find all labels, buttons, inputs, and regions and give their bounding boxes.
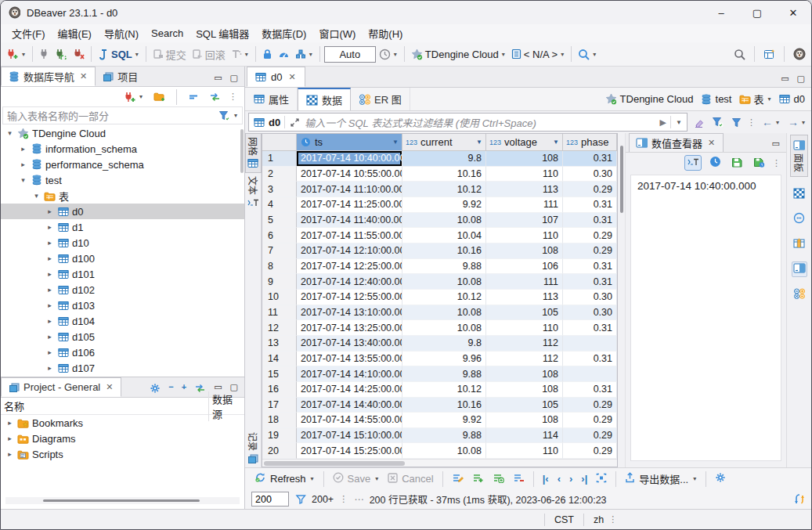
menu-item[interactable]: 帮助(H) (362, 24, 409, 42)
cell-ts[interactable]: 2017-07-14 10:40:00.000 (297, 151, 402, 167)
tree-item-performance_schema[interactable]: ▸performance_schema (1, 157, 244, 172)
tree-item-d107[interactable]: ▸d107 (1, 360, 244, 376)
cell-ts[interactable]: 2017-07-14 13:40:00.000 (297, 336, 402, 352)
cell-current[interactable]: 9.92 (402, 197, 486, 213)
column-header-name[interactable]: 名称 (4, 398, 208, 413)
expand-all-icon[interactable]: + (182, 382, 186, 394)
scrollbar[interactable] (240, 129, 244, 173)
cell-phase[interactable]: 0.31 (563, 151, 617, 167)
tree-chevron-icon[interactable]: ▸ (45, 239, 54, 247)
cell-current[interactable]: 9.88 (402, 428, 486, 444)
row-number[interactable]: 17 (262, 398, 297, 413)
dbeaver-perspective-icon[interactable] (791, 46, 808, 62)
sql-editor-button[interactable]: SQL▾ (96, 47, 142, 62)
menu-item[interactable]: Search (145, 26, 189, 41)
menu-item[interactable]: 导航(N) (98, 24, 145, 42)
active-database-selector[interactable]: < N/A >▾ (509, 47, 567, 62)
cell-ts[interactable]: 2017-07-14 13:25:00.000 (297, 320, 402, 336)
transaction-log-button[interactable]: ▾ (229, 47, 251, 61)
close-icon[interactable]: ✕ (287, 72, 297, 82)
row-number[interactable]: 11 (262, 305, 297, 321)
edit-cell-icon[interactable] (449, 471, 467, 487)
last-page-icon[interactable]: ›| (578, 471, 590, 486)
cell-ts[interactable]: 2017-07-14 14:25:00.000 (297, 382, 402, 398)
cell-ts[interactable]: 2017-07-14 11:55:00.000 (297, 228, 402, 243)
grid-vertical-scrollbar[interactable] (618, 133, 626, 467)
link-editor-icon[interactable] (207, 91, 223, 103)
focus-row-icon[interactable] (593, 471, 610, 487)
row-number[interactable]: 9 (262, 274, 297, 290)
disconnect-button[interactable] (70, 47, 87, 61)
grouping-panel-icon[interactable] (792, 287, 807, 302)
chevron-down-icon[interactable]: ▾ (767, 96, 772, 103)
cell-ts[interactable]: 2017-07-14 15:25:00.000 (297, 443, 402, 459)
tab-panels[interactable]: 面板 (790, 135, 808, 177)
maximize-panel-icon[interactable]: ▢ (797, 74, 805, 84)
row-number[interactable]: 7 (262, 243, 297, 259)
value-panel-toggle-icon[interactable] (792, 261, 807, 277)
cell-current[interactable]: 10.12 (402, 290, 486, 305)
breadcrumb-d0[interactable]: d0 (779, 93, 805, 105)
cell-current[interactable]: 10.08 (402, 320, 486, 336)
row-number[interactable]: 18 (262, 413, 297, 428)
tree-chevron-icon[interactable]: ▸ (45, 254, 54, 262)
cell-current[interactable]: 10.16 (402, 243, 486, 259)
tree-item-d105[interactable]: ▸d105 (1, 329, 244, 344)
tree-item-d103[interactable]: ▸d103 (1, 297, 244, 313)
expand-filter-icon[interactable] (289, 117, 301, 128)
tree-item-d0[interactable]: ▸d0 (1, 204, 244, 219)
sql-filter-input[interactable]: d0 输入一个 SQL 表达式来过滤结果 (使用 Ctrl+Space) ▶ ▼ (248, 113, 687, 132)
cell-current[interactable]: 10.12 (402, 182, 486, 197)
cell-phase[interactable]: 0.31 (563, 352, 617, 367)
row-number[interactable]: 12 (262, 320, 297, 336)
minimize-panel-icon[interactable]: ▭ (214, 73, 222, 83)
cell-phase[interactable]: 0.29 (563, 182, 617, 197)
autocommit-combo[interactable]: Auto (324, 46, 376, 63)
active-connection-selector[interactable]: TDengine Cloud▾ (409, 47, 508, 62)
column-header-current[interactable]: 123current▼ (402, 134, 486, 150)
minimize-panel-icon[interactable]: ▭ (781, 74, 789, 84)
cell-current[interactable]: 10.16 (402, 167, 486, 182)
tree-chevron-icon[interactable]: ▸ (45, 207, 54, 215)
cell-voltage[interactable]: 110 (486, 228, 563, 243)
minimize-button[interactable]: – (703, 1, 739, 24)
tree-chevron-icon[interactable]: ▾ (19, 176, 27, 184)
export-data-button[interactable]: 导出数据...▾ (622, 470, 700, 488)
cell-phase[interactable]: 0.29 (563, 413, 617, 428)
navigator-filter[interactable]: 输入表格名称的一部分 ▾ (2, 106, 243, 124)
tab-database-navigator[interactable]: 数据库导航 ✕ (1, 67, 96, 86)
cell-ts[interactable]: 2017-07-14 10:55:00.000 (297, 167, 402, 182)
menu-item[interactable]: 窗口(W) (312, 24, 362, 42)
cell-current[interactable]: 10.16 (402, 398, 486, 413)
tree-chevron-icon[interactable]: ▸ (19, 160, 27, 168)
menu-item[interactable]: SQL 编辑器 (189, 24, 255, 42)
cell-current[interactable]: 10.08 (402, 274, 486, 290)
network-tools-button[interactable]: ▾ (293, 47, 316, 61)
tree-chevron-icon[interactable]: ▸ (45, 333, 54, 341)
cell-current[interactable]: 9.96 (402, 352, 486, 367)
cell-voltage[interactable]: 106 (486, 259, 563, 275)
open-perspective-button[interactable] (761, 47, 778, 61)
connect-button[interactable] (37, 47, 52, 61)
column-header-voltage[interactable]: 123voltage▼ (486, 134, 563, 150)
cell-voltage[interactable]: 105 (486, 305, 563, 321)
tree-item-d106[interactable]: ▸d106 (1, 344, 244, 360)
minimize-panel-icon[interactable]: ▭ (772, 139, 780, 149)
cell-current[interactable]: 10.04 (402, 228, 486, 243)
cell-ts[interactable]: 2017-07-14 12:40:00.000 (297, 274, 402, 290)
tab-属性[interactable]: 属性 (245, 88, 298, 110)
tree-chevron-icon[interactable]: ▸ (19, 145, 27, 153)
cell-voltage[interactable]: 105 (486, 398, 563, 413)
aggregate-panel-icon[interactable] (792, 211, 807, 227)
cell-ts[interactable]: 2017-07-14 14:40:00.000 (297, 398, 402, 413)
breadcrumb-[interactable]: 表▾ (739, 92, 772, 106)
cell-voltage[interactable]: 108 (486, 382, 563, 398)
custom-filter-icon[interactable] (729, 116, 744, 129)
cell-voltage[interactable]: 113 (486, 182, 563, 197)
save-value-icon[interactable] (728, 155, 745, 171)
refresh-button[interactable]: Refresh▾ (251, 471, 318, 487)
cell-ts[interactable]: 2017-07-14 11:10:00.000 (297, 182, 402, 197)
commit-button[interactable]: 提交 (150, 45, 189, 63)
cell-current[interactable]: 10.08 (402, 443, 486, 459)
column-header-phase[interactable]: 123phase (563, 134, 617, 150)
